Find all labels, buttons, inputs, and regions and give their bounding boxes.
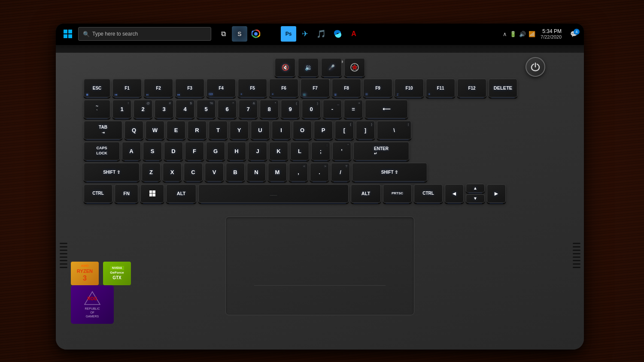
key-0[interactable]: ) 0 [302,100,321,118]
key-shift-right[interactable]: SHIFT ⇧ [352,163,427,181]
key-c[interactable]: C [184,163,203,181]
key-alt-left[interactable]: ALT [166,184,196,203]
key-caps-lock[interactable]: CAPSLOCK [84,142,120,160]
key-b[interactable]: B [226,163,245,181]
key-f8[interactable]: F8 🖥 [332,78,361,97]
key-backtick[interactable]: ~` [84,100,110,118]
key-f6[interactable]: F6 ☀ [269,78,298,97]
start-button[interactable] [59,25,76,42]
key-alt-right[interactable]: ALT [351,184,381,203]
key-quote[interactable]: " ' [332,142,351,160]
key-2[interactable]: @ 2 [134,100,152,118]
key-f10[interactable]: F10 Z [395,78,424,97]
network-icon[interactable]: 📶 [529,31,535,37]
key-f3[interactable]: F3 ⏭ [175,78,204,97]
key-9[interactable]: ( 9 [281,100,300,118]
key-h[interactable]: H [227,142,246,160]
key-f[interactable]: F [185,142,204,160]
key-m[interactable]: M [268,163,287,181]
key-arrow-up[interactable]: ▲ [466,184,485,193]
key-backspace[interactable]: ⟵ [365,100,408,118]
notification-center-button[interactable]: 💬 4 [567,26,580,42]
key-delete[interactable]: DELETE [489,78,517,97]
clock[interactable]: 5:34 PM 7/22/2020 [541,28,565,39]
power-button[interactable] [526,57,545,77]
key-k[interactable]: K [269,142,288,160]
key-enter[interactable]: ENTER↵ [353,142,409,160]
telegram-icon[interactable]: ✈ [297,26,313,42]
task-view-button[interactable]: ⧉ [216,26,231,42]
key-esc[interactable]: ESC ⏹ [84,78,110,97]
key-minus[interactable]: _ - [323,100,342,118]
key-y[interactable]: Y [230,121,249,139]
spotify-icon[interactable]: 🎵 [313,26,329,42]
key-tab[interactable]: TAB⇥ [84,121,122,139]
key-r[interactable]: R [188,121,207,139]
key-arrow-right[interactable]: ► [487,184,506,203]
key-f4[interactable]: F4 ⌨ [207,78,236,97]
touchpad[interactable] [225,217,414,315]
key-f7[interactable]: F7 📺 [301,78,330,97]
key-7[interactable]: & 7 [239,100,258,118]
key-j[interactable]: J [248,142,267,160]
key-g[interactable]: G [206,142,225,160]
key-ctrl-left[interactable]: CTRL [84,184,112,203]
volume-icon[interactable]: 🔊 [519,31,526,37]
key-period[interactable]: > . [310,163,329,181]
key-3[interactable]: # 3 [155,100,173,118]
key-4[interactable]: $ 4 [176,100,194,118]
key-comma[interactable]: < , [289,163,308,181]
key-e[interactable]: E [167,121,185,139]
key-backslash[interactable]: | \ [377,121,411,139]
key-a[interactable]: A [122,142,141,160]
edge-icon[interactable] [330,26,345,42]
key-bracket-left[interactable]: { [ [335,121,354,139]
key-d[interactable]: D [164,142,183,160]
mute-key[interactable]: 🔇 [275,58,295,77]
key-fn[interactable]: FN [115,184,138,203]
key-shift-left[interactable]: SHIFT ⇧ [84,163,140,181]
rog-key[interactable] [344,58,365,77]
key-f5[interactable]: F5 ☀ [238,78,267,97]
search-bar[interactable]: 🔍 Type here to search [78,27,211,41]
key-v[interactable]: V [205,163,224,181]
key-t[interactable]: T [209,121,228,139]
key-s[interactable]: S [143,142,162,160]
key-n[interactable]: N [247,163,266,181]
battery-icon[interactable]: 🔋 [510,31,516,37]
key-prtsc[interactable]: PRTSC [383,184,412,203]
key-z[interactable]: Z [142,163,161,181]
show-hidden-icon[interactable]: ∧ [503,31,507,37]
volume-down-key[interactable]: 🔉 [298,58,319,77]
key-arrow-down[interactable]: ▼ [466,194,485,203]
key-f1[interactable]: F1 ⏮ [112,78,142,97]
key-i[interactable]: I [272,121,291,139]
key-equals[interactable]: + = [344,100,363,118]
steam-icon[interactable]: S [232,26,247,42]
file-explorer-icon[interactable]: 🗂 [264,26,280,42]
key-f12[interactable]: F12 [457,78,486,97]
key-6[interactable]: ^ 6 [218,100,237,118]
key-x[interactable]: X [163,163,182,181]
key-f9[interactable]: F9 ⊞ [363,78,392,97]
key-arrow-left[interactable]: ◄ [445,184,464,203]
key-f2[interactable]: F2 ⏯ [144,78,173,97]
key-p[interactable]: P [314,121,333,139]
armoury-crate-icon[interactable]: A [346,26,361,42]
key-l[interactable]: L [290,142,309,160]
key-space[interactable]: ___ [198,184,349,203]
key-ctrl-right[interactable]: CTRL [414,184,443,203]
key-1[interactable]: ! 1 [112,100,131,118]
key-q[interactable]: Q [125,121,143,139]
mic-mute-key[interactable]: 🎤 [321,58,342,77]
key-8[interactable]: * 8 [260,100,279,118]
key-windows[interactable] [140,184,164,203]
chrome-icon[interactable] [248,26,264,42]
key-bracket-right[interactable]: } ] [356,121,375,139]
key-f11[interactable]: F11 ✈ [426,78,455,97]
key-o[interactable]: O [293,121,312,139]
key-w[interactable]: W [146,121,164,139]
key-slash[interactable]: ? / [331,163,350,181]
photoshop-icon[interactable]: Ps [281,26,296,42]
key-5[interactable]: % 5 [197,100,216,118]
